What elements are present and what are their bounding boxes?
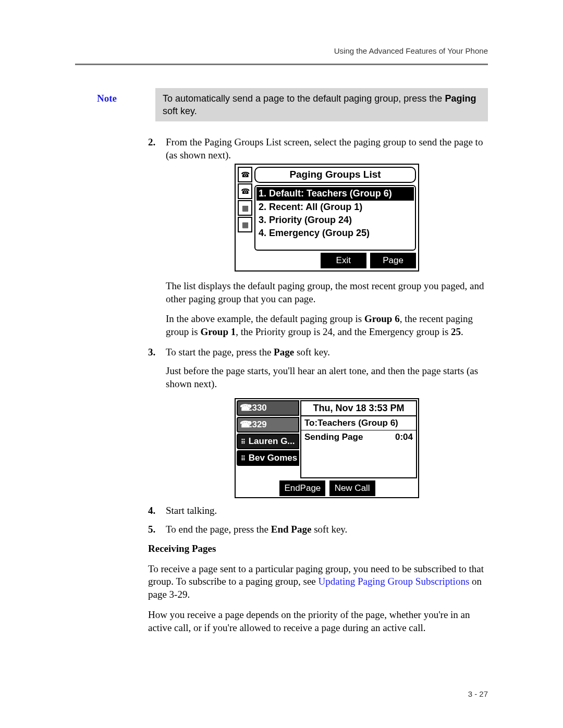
- elapsed-time: 0:04: [395, 431, 413, 443]
- step-number: 5.: [148, 523, 155, 536]
- link-updating-paging-group-subscriptions[interactable]: Updating Paging Group Subscriptions: [319, 576, 470, 587]
- line-tab[interactable]: ☎2330: [237, 400, 299, 416]
- text: soft key.: [311, 524, 347, 535]
- phone-status-icon: ☎: [238, 167, 252, 182]
- page-number: 3 - 27: [468, 689, 488, 699]
- phone-icon: ☎: [240, 402, 247, 414]
- note-text-post: soft key.: [163, 106, 197, 116]
- tab-label: Lauren G...: [249, 436, 295, 446]
- tab-label: Bev Gomes: [249, 453, 298, 463]
- list-item[interactable]: 4. Emergency (Group 25): [256, 227, 414, 240]
- subheading-receiving-pages: Receiving Pages: [148, 542, 488, 556]
- note-label: Note: [75, 88, 138, 109]
- step-text: To end the page, press the End Page soft…: [166, 524, 347, 535]
- step-number: 4.: [148, 504, 155, 517]
- text: To start the page, press the: [166, 347, 274, 357]
- step-4: 4. Start talking.: [148, 504, 488, 517]
- sending-label: Sending Page: [304, 431, 363, 443]
- text: .: [461, 326, 463, 337]
- tab-label: 2330: [247, 403, 267, 413]
- text: soft key.: [294, 347, 330, 357]
- step-text: Start talking.: [166, 505, 217, 516]
- line-tab[interactable]: ⠿ Lauren G...: [237, 434, 299, 449]
- step-3: 3. To start the page, press the Page sof…: [148, 346, 488, 498]
- paragraph: How you receive a page depends on the pr…: [148, 609, 488, 634]
- step-number: 2.: [148, 136, 155, 149]
- phone-status-icon: ☎: [238, 183, 252, 199]
- text-bold: Group 6: [364, 313, 400, 324]
- line-tab[interactable]: ☎2329: [237, 417, 299, 433]
- text: , the Priority group is 24, and the Emer…: [236, 326, 451, 337]
- screen2-main: Thu, Nov 18 3:53 PM To:Teachers (Group 6…: [300, 400, 417, 478]
- paragraph: Just before the page starts, you'll hear…: [166, 365, 488, 390]
- step-5: 5. To end the page, press the End Page s…: [148, 523, 488, 536]
- screen1-title: Paging Groups List: [254, 167, 416, 183]
- note-body: To automatically send a page to the defa…: [155, 88, 488, 122]
- softkey-exit[interactable]: Exit: [321, 253, 366, 268]
- paragraph: In the above example, the default paging…: [166, 313, 488, 338]
- document-page: Using the Advanced Features of Your Phon…: [0, 0, 563, 728]
- phone-screen-paging-groups: ☎ ☎ ▦ ▦ Paging Groups List 1. Default: T…: [235, 164, 419, 271]
- note-text-bold: Paging: [445, 93, 476, 104]
- phone-icon: ☎: [240, 419, 247, 430]
- grid-icon: ⠿: [240, 455, 246, 463]
- step-text: From the Paging Groups List screen, sele…: [166, 137, 483, 161]
- step-number: 3.: [148, 346, 155, 359]
- text: To end the page, press the: [166, 524, 271, 535]
- clock-bar: Thu, Nov 18 3:53 PM: [301, 401, 416, 416]
- paragraph: The list displays the default paging gro…: [166, 280, 488, 305]
- softkey-page[interactable]: Page: [370, 253, 416, 268]
- text-bold: Group 1: [201, 326, 236, 337]
- line-tab[interactable]: ⠿ Bev Gomes: [237, 450, 299, 466]
- paragraph: To receive a page sent to a particular p…: [148, 563, 488, 601]
- running-header: Using the Advanced Features of Your Phon…: [75, 46, 488, 56]
- screen1-list: 1. Default: Teachers (Group 6) 2. Recent…: [254, 185, 416, 251]
- step-text: To start the page, press the Page soft k…: [166, 347, 330, 357]
- softkey-newcall[interactable]: New Call: [329, 480, 375, 496]
- note-text-pre: To automatically send a page to the defa…: [163, 93, 445, 104]
- header-rule: [75, 64, 488, 65]
- text-bold: End Page: [271, 524, 312, 535]
- list-item[interactable]: 3. Priority (Group 24): [256, 214, 414, 227]
- grid-icon: ▦: [238, 200, 252, 216]
- note-callout: Note To automatically send a page to the…: [117, 88, 488, 122]
- text-bold: Page: [274, 347, 294, 357]
- step-2: 2. From the Paging Groups List screen, s…: [148, 136, 488, 338]
- to-line: To:Teachers (Group 6): [301, 416, 416, 430]
- screen2-sidebar: ☎2330 ☎2329 ⠿ Lauren G... ⠿ Bev Gomes: [237, 400, 299, 478]
- text-bold: 25: [451, 326, 461, 337]
- sending-row: Sending Page 0:04: [301, 430, 416, 443]
- softkey-endpage[interactable]: EndPage: [279, 480, 325, 496]
- text: In the above example, the default paging…: [166, 313, 364, 324]
- list-item[interactable]: 2. Recent: All (Group 1): [256, 201, 414, 214]
- phone-screen-sending-page: ☎2330 ☎2329 ⠿ Lauren G... ⠿ Bev Gomes Th…: [235, 398, 419, 498]
- tab-label: 2329: [247, 419, 267, 429]
- grid-icon: ▦: [238, 217, 252, 232]
- grid-icon: ⠿: [240, 438, 246, 447]
- list-item-selected[interactable]: 1. Default: Teachers (Group 6): [256, 187, 414, 200]
- screen1-icon-column: ☎ ☎ ▦ ▦: [238, 167, 252, 268]
